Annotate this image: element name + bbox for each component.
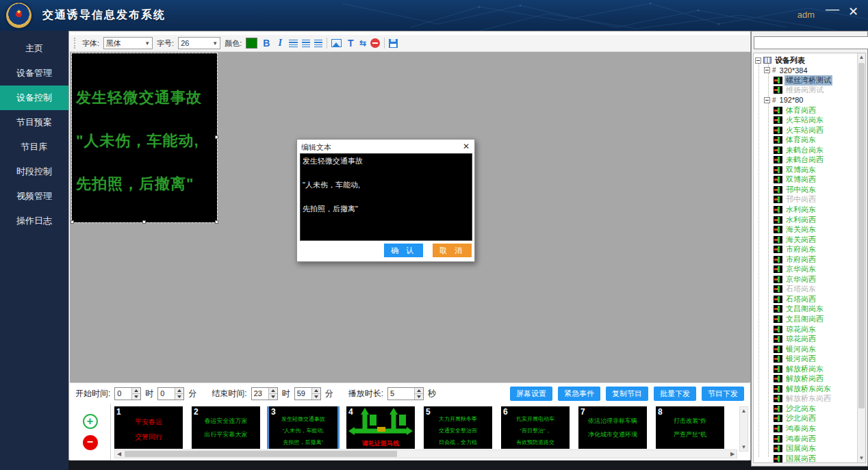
- device-node[interactable]: 石塔岗东: [755, 285, 856, 295]
- spin-up-icon[interactable]: [415, 388, 423, 393]
- device-node[interactable]: 文昌阁岗东: [755, 304, 856, 315]
- scrollbar-track[interactable]: [858, 62, 865, 454]
- device-node[interactable]: 解放桥岗东: [755, 364, 856, 374]
- end-minute-stepper[interactable]: 59: [294, 387, 321, 400]
- device-node[interactable]: 国展岗西: [755, 454, 856, 463]
- program-thumbnail-8[interactable]: 8打击改装"炸严查严惩"机: [656, 406, 724, 449]
- resize-handle[interactable]: [215, 135, 218, 139]
- scroll-right-icon[interactable]: ▶: [728, 451, 737, 457]
- insert-image-icon[interactable]: [331, 39, 342, 47]
- device-node[interactable]: 维扬岗测试: [755, 86, 856, 96]
- end-hour-stepper[interactable]: 23: [251, 387, 278, 400]
- device-node[interactable]: 京华岗西: [755, 274, 856, 285]
- device-group-1[interactable]: #192*80: [755, 95, 856, 105]
- device-node[interactable]: 邗中岗西: [755, 195, 856, 205]
- font-select[interactable]: 黑体▼: [103, 37, 153, 49]
- sidebar-item-1[interactable]: 设备管理: [0, 61, 68, 86]
- scroll-up-icon[interactable]: ▲: [741, 408, 747, 414]
- align-left-icon[interactable]: [289, 40, 298, 47]
- scroll-down-icon[interactable]: ▼: [741, 444, 747, 450]
- color-swatch[interactable]: [246, 38, 257, 49]
- scroll-down-icon[interactable]: ▼: [858, 454, 865, 462]
- device-node[interactable]: 螺丝湾桥测试: [755, 75, 856, 86]
- spin-up-icon[interactable]: [132, 388, 140, 393]
- action-button-3[interactable]: 批量下发: [654, 387, 696, 401]
- device-node[interactable]: 解放桥东岗东: [755, 384, 856, 394]
- device-node[interactable]: 琼花岗东: [755, 324, 856, 335]
- sidebar-item-7[interactable]: 操作日志: [0, 209, 68, 233]
- align-center-icon[interactable]: [302, 40, 310, 47]
- confirm-button[interactable]: 确 认: [384, 244, 423, 257]
- device-node[interactable]: 来鹤台岗东: [755, 145, 856, 155]
- resize-handle[interactable]: [142, 220, 146, 224]
- device-node[interactable]: 双博岗东: [755, 165, 856, 175]
- device-node[interactable]: 解放桥岗西: [755, 374, 856, 384]
- remove-program-button[interactable]: −: [83, 435, 98, 450]
- program-thumbnail-6[interactable]: 6扎实开展电动车"百日整治"，有效预防道路交通事故。: [501, 406, 570, 449]
- spin-down-icon[interactable]: [312, 393, 320, 400]
- device-node[interactable]: 水利岗西: [755, 215, 856, 225]
- device-node[interactable]: 水利岗东: [755, 205, 856, 215]
- text-tool-icon[interactable]: T: [346, 38, 355, 49]
- device-tree-root[interactable]: 设备列表: [755, 55, 856, 66]
- device-node[interactable]: 双博岗西: [755, 175, 856, 185]
- italic-button[interactable]: I: [275, 38, 285, 49]
- device-node[interactable]: 鸿泰岗西: [755, 434, 856, 444]
- device-node[interactable]: 海关岗西: [755, 235, 856, 245]
- device-node[interactable]: 石塔岗西: [755, 294, 856, 304]
- led-preview-panel[interactable]: 发生轻微交通事故"人未伤，车能动,先拍照，后撤离": [72, 53, 217, 222]
- device-node[interactable]: 市府岗东: [755, 244, 856, 254]
- spin-down-icon[interactable]: [269, 393, 277, 400]
- program-thumbnail-1[interactable]: 1平安春运交警同行: [114, 406, 183, 449]
- tree-vertical-scrollbar[interactable]: ▲ ▼: [857, 53, 865, 462]
- spacing-icon[interactable]: ⇆: [359, 38, 366, 48]
- minimize-icon[interactable]: —: [826, 3, 839, 15]
- device-node[interactable]: 沙北岗西: [755, 414, 856, 424]
- device-node[interactable]: 银河岗东: [755, 344, 856, 354]
- device-node[interactable]: 国展岗东: [755, 443, 856, 454]
- duration-stepper[interactable]: 5: [387, 387, 424, 400]
- spin-up-icon[interactable]: [269, 388, 277, 393]
- sidebar-item-6[interactable]: 视频管理: [0, 184, 68, 209]
- device-node[interactable]: 火车站岗东: [755, 115, 856, 125]
- program-thumbnail-5[interactable]: 5大力开展秋冬季交通安全整治百日会战，全力稳定道路交通安全形势！: [424, 406, 492, 449]
- device-node[interactable]: 鸿泰岗东: [755, 423, 856, 434]
- device-node[interactable]: 体育岗东: [755, 135, 856, 145]
- action-button-4[interactable]: 节目下发: [702, 387, 744, 401]
- font-size-select[interactable]: 26▼: [178, 37, 220, 49]
- dialog-close-icon[interactable]: ✕: [463, 142, 470, 151]
- collapse-icon[interactable]: [764, 67, 770, 73]
- horizontal-scrollbar[interactable]: ◀ ▶: [114, 449, 737, 458]
- resize-handle[interactable]: [215, 220, 218, 224]
- editor-canvas[interactable]: 发生轻微交通事故"人未伤，车能动,先拍照，后撤离" 编辑文本 ✕ 发生轻微交通事…: [70, 52, 750, 382]
- sidebar-item-3[interactable]: 节目预案: [0, 110, 68, 135]
- device-node[interactable]: 文昌阁岗西: [755, 314, 856, 324]
- spin-down-icon[interactable]: [175, 393, 183, 400]
- device-node[interactable]: 来鹤台岗西: [755, 155, 856, 165]
- start-minute-stepper[interactable]: 0: [157, 387, 184, 400]
- program-thumbnail-4[interactable]: 4请礼让斑马线: [346, 406, 415, 449]
- device-node[interactable]: 市府岗西: [755, 254, 856, 265]
- collapse-icon[interactable]: [764, 97, 770, 103]
- device-node[interactable]: 琼花岗西: [755, 334, 856, 344]
- sidebar-item-2[interactable]: 设备控制: [0, 86, 68, 110]
- scrollbar-thumb[interactable]: [125, 451, 397, 457]
- program-thumbnail-3[interactable]: 3发生轻微交通事故"人未伤，车能动,先拍照，后撤离": [269, 406, 337, 449]
- spin-up-icon[interactable]: [312, 388, 320, 393]
- align-right-icon[interactable]: [314, 40, 322, 47]
- device-node[interactable]: 解放桥东岗西: [755, 394, 856, 404]
- program-thumbnail-2[interactable]: 2春运安全连万家出行平安靠大家: [192, 406, 260, 449]
- resize-handle[interactable]: [71, 220, 74, 224]
- device-search-input[interactable]: [754, 36, 868, 49]
- program-thumbnail-7[interactable]: 7依法治理非标车辆净化城市交通环境: [578, 406, 647, 449]
- device-node[interactable]: 火车站岗西: [755, 125, 856, 135]
- action-button-0[interactable]: 屏幕设置: [510, 387, 552, 401]
- add-program-button[interactable]: +: [83, 414, 98, 429]
- close-icon[interactable]: ✕: [848, 5, 858, 18]
- spin-down-icon[interactable]: [132, 393, 140, 400]
- bold-button[interactable]: B: [261, 38, 271, 49]
- scrollbar-thumb[interactable]: [858, 63, 865, 408]
- device-node[interactable]: 邗中岗东: [755, 185, 856, 195]
- delete-item-icon[interactable]: [370, 38, 380, 48]
- device-group-0[interactable]: #320*384: [755, 66, 856, 76]
